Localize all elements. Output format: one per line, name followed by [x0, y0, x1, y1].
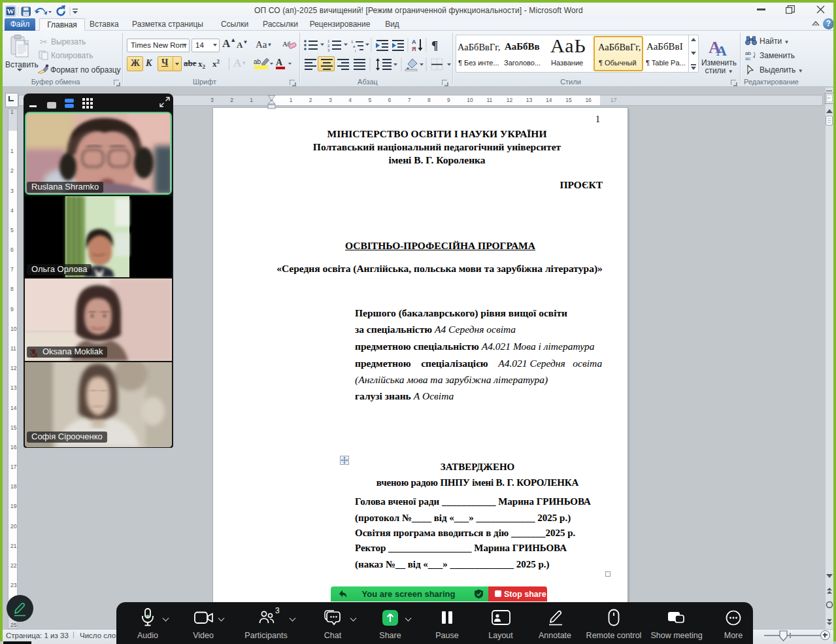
- svg-text:А: А: [412, 39, 416, 45]
- svg-text:a: a: [353, 44, 356, 48]
- svg-text:Я: Я: [412, 46, 416, 52]
- svg-text:1: 1: [351, 40, 354, 44]
- svg-text:¶: ¶: [431, 39, 438, 52]
- svg-text:ac: ac: [745, 56, 750, 60]
- svg-text:2: 2: [327, 44, 330, 48]
- svg-text:ab: ab: [254, 58, 261, 65]
- svg-text:3: 3: [327, 48, 330, 52]
- svg-text:i: i: [355, 49, 356, 52]
- svg-text:А: А: [276, 58, 283, 67]
- svg-text:1: 1: [327, 39, 330, 43]
- svg-text:W: W: [7, 7, 14, 15]
- svg-text:А: А: [716, 42, 727, 57]
